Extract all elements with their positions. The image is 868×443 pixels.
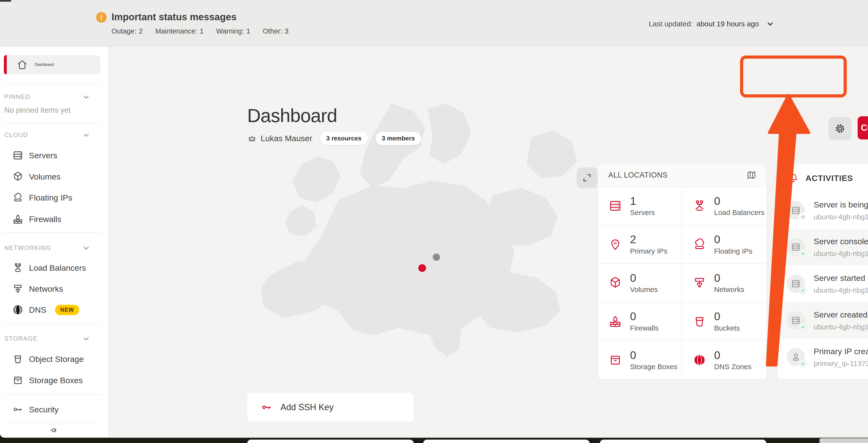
stat-primary-ips[interactable]: IP 2Primary IPs bbox=[598, 225, 682, 264]
server-icon bbox=[791, 279, 801, 289]
sidebar-item-object-storage[interactable]: Object Storage bbox=[0, 350, 106, 368]
activity-row[interactable]: Server created ubuntu-4gb-nbg1-1 8 minut… bbox=[777, 302, 868, 339]
activity-subtitle: ubuntu-4gb-nbg1-1 bbox=[814, 250, 868, 258]
stat-label: Load Balancers bbox=[714, 209, 765, 217]
stat-buckets[interactable]: 0Buckets bbox=[682, 302, 767, 341]
map-icon[interactable] bbox=[747, 170, 756, 180]
stat-floating-ips[interactable]: 0Floating IPs bbox=[682, 225, 767, 264]
community-tutorials-card[interactable]: COMMUNITY TUTORIALS Share your expertise… bbox=[423, 440, 590, 443]
sidebar-item-security[interactable]: Security bbox=[0, 401, 106, 418]
servers-icon bbox=[12, 150, 24, 161]
activities-header: ACTIVITIES View all bbox=[777, 164, 868, 192]
load-balancer-icon bbox=[692, 199, 707, 213]
members-badge[interactable]: 3 members bbox=[376, 132, 421, 145]
add-ssh-key-card[interactable]: Add SSH Key bbox=[247, 392, 414, 422]
dns-zones-icon bbox=[692, 353, 707, 367]
pinned-empty-text: No pinned items yet bbox=[4, 106, 70, 115]
activity-row[interactable]: Primary IP created primary_ip-113736537 … bbox=[777, 339, 868, 375]
stat-label: DNS Zones bbox=[714, 362, 752, 371]
primary-ip-icon: IP bbox=[608, 237, 622, 251]
activity-subtitle: ubuntu-4gb-nbg1-1 bbox=[814, 323, 868, 331]
status-counts: Outage:2 Maintenance:1 Warning:1 Other:3 bbox=[112, 27, 288, 35]
sidebar-item-label: Security bbox=[29, 405, 59, 414]
stat-count: 0 bbox=[630, 349, 678, 361]
status-bar: ! Important status messages Outage:2 Mai… bbox=[0, 0, 868, 47]
chevron-down-icon bbox=[83, 245, 90, 252]
section-cloud[interactable]: CLOUD bbox=[4, 131, 101, 139]
stat-storage-boxes[interactable]: 0Storage Boxes bbox=[598, 341, 682, 379]
stat-count: 0 bbox=[714, 349, 752, 361]
stat-firewalls[interactable]: 0Firewalls bbox=[598, 302, 682, 341]
sidebar-item-volumes[interactable]: Volumes bbox=[0, 168, 106, 185]
activities-title: ACTIVITIES bbox=[805, 173, 853, 183]
map-expand-button[interactable] bbox=[577, 167, 597, 188]
success-check-icon bbox=[799, 286, 807, 294]
section-networking[interactable]: NETWORKING bbox=[4, 244, 101, 252]
sidebar-item-dns[interactable]: DNS NEW bbox=[0, 301, 106, 318]
resources-badge[interactable]: 3 resources bbox=[320, 132, 368, 145]
all-locations-panel: ALL LOCATIONS 1Servers 0Load Balancers I… bbox=[598, 164, 766, 379]
map-marker-red[interactable] bbox=[418, 264, 426, 272]
status-title: Important status messages bbox=[112, 11, 237, 23]
sidebar-item-label: Object Storage bbox=[29, 354, 84, 364]
avatar bbox=[787, 311, 805, 329]
storage-box-icon bbox=[608, 353, 622, 367]
map-marker-gray[interactable] bbox=[433, 254, 440, 261]
chevron-down-icon bbox=[83, 335, 90, 342]
server-icon bbox=[791, 242, 801, 252]
settings-button[interactable] bbox=[829, 117, 851, 140]
storage-box-icon bbox=[12, 375, 24, 386]
stat-volumes[interactable]: 0Volumes bbox=[598, 264, 682, 302]
section-storage[interactable]: STORAGE bbox=[4, 335, 101, 342]
create-resource-button[interactable]: Create Resource bbox=[858, 116, 868, 139]
svg-text:IP: IP bbox=[614, 242, 617, 245]
sidebar-item-networks[interactable]: Networks bbox=[0, 280, 106, 297]
api-docs-card[interactable]: API DOCS Explore our comprehensive REST … bbox=[600, 440, 766, 443]
sidebar-item-firewalls[interactable]: Firewalls bbox=[0, 211, 106, 228]
sidebar-item-label: Volumes bbox=[29, 172, 60, 182]
divider bbox=[4, 232, 101, 233]
activity-title: Server created bbox=[814, 310, 868, 319]
activity-row[interactable]: Server started ubuntu-4gb-nbg1-1 minutes… bbox=[777, 265, 868, 302]
stat-label: Primary IPs bbox=[630, 247, 668, 255]
activity-row[interactable]: Server console requested ubuntu-4gb-nbg1… bbox=[777, 229, 868, 265]
stat-servers[interactable]: 1Servers bbox=[598, 187, 682, 225]
sidebar-item-label: Storage Boxes bbox=[29, 376, 83, 385]
sidebar-item-storage-boxes[interactable]: Storage Boxes bbox=[0, 372, 106, 389]
divider bbox=[4, 123, 101, 123]
activity-title: Primary IP created bbox=[814, 347, 868, 356]
floating-ip-icon bbox=[12, 192, 24, 203]
chevron-down-icon bbox=[83, 131, 90, 139]
activity-title: Server is being rebuilt bbox=[814, 200, 868, 210]
sidebar-item-floating-ips[interactable]: Floating IPs bbox=[0, 189, 106, 206]
sidebar-item-dashboard[interactable]: Dashboard bbox=[4, 55, 100, 74]
floating-ip-icon bbox=[692, 237, 707, 251]
active-indicator bbox=[4, 55, 7, 74]
volume-icon bbox=[608, 276, 622, 290]
last-updated[interactable]: Last updated: about 19 hours ago bbox=[649, 20, 774, 28]
activity-row[interactable]: Server is being rebuilt ubuntu-4gb-nbg1-… bbox=[777, 192, 868, 229]
sidebar-item-load-balancers[interactable]: Load Balancers bbox=[0, 259, 106, 277]
stat-networks[interactable]: 0Networks bbox=[682, 264, 767, 302]
sidebar-item-servers[interactable]: Servers bbox=[0, 147, 106, 164]
add-ssh-key-label: Add SSH Key bbox=[280, 402, 334, 412]
section-label: PINNED bbox=[4, 93, 30, 101]
section-pinned[interactable]: PINNED bbox=[4, 93, 101, 101]
stat-dns-zones[interactable]: 0DNS Zones bbox=[682, 341, 767, 379]
stat-count: 0 bbox=[714, 310, 740, 323]
stat-count: 0 bbox=[630, 272, 658, 284]
success-check-icon bbox=[799, 250, 807, 258]
sidebar-pin-toggle[interactable] bbox=[0, 423, 106, 438]
divider bbox=[4, 324, 101, 324]
stat-load-balancers[interactable]: 0Load Balancers bbox=[682, 187, 767, 225]
maintenance-count: Maintenance:1 bbox=[155, 27, 204, 35]
other-count: Other:3 bbox=[263, 27, 289, 35]
new-badge: NEW bbox=[55, 305, 80, 315]
expand-icon bbox=[582, 172, 592, 183]
stat-label: Buckets bbox=[714, 324, 740, 332]
server-icon bbox=[791, 205, 801, 216]
stat-label: Volumes bbox=[630, 285, 658, 294]
sidebar-item-label: Networks bbox=[29, 284, 63, 294]
load-balancer-icon bbox=[12, 262, 24, 274]
hetzner-docs-card[interactable]: HETZNER DOCS Find help in our comprehens… bbox=[247, 440, 414, 443]
